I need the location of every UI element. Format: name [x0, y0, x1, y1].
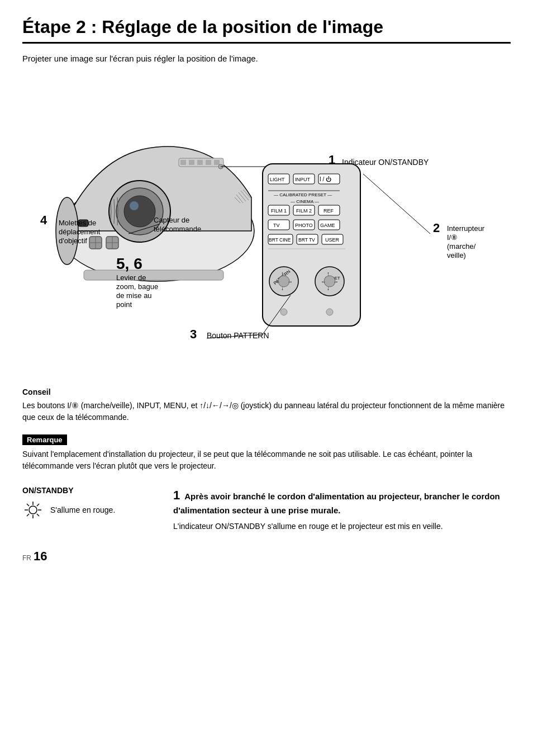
- footer-fr: FR: [22, 554, 31, 562]
- svg-text:INPUT: INPUT: [295, 177, 311, 182]
- conseil-title: Conseil: [22, 388, 511, 396]
- svg-text:I/⑧: I/⑧: [447, 233, 458, 242]
- svg-text:PHOTO: PHOTO: [295, 223, 313, 228]
- on-standby-indicator: S'allume en rouge.: [22, 499, 151, 521]
- svg-text:d'objectif: d'objectif: [59, 237, 87, 245]
- svg-rect-10: [197, 160, 203, 165]
- svg-text:2: 2: [433, 221, 440, 235]
- svg-text:↓: ↓: [281, 285, 284, 291]
- svg-rect-29: [263, 164, 360, 326]
- svg-text:veille): veille): [447, 251, 466, 259]
- step-1-text: L'indicateur ON/STANDBY s'allume en roug…: [173, 521, 511, 532]
- svg-point-72: [280, 309, 287, 315]
- svg-line-100: [27, 504, 29, 506]
- svg-text:FILM 1: FILM 1: [271, 208, 287, 214]
- on-standby-box: ON/STANDBY S'allume en rouge.: [22, 486, 151, 532]
- svg-text:↑: ↑: [281, 271, 284, 277]
- svg-text:↑: ↑: [327, 271, 330, 277]
- remarque-text: Suivant l'emplacement d'installation du …: [22, 448, 511, 472]
- svg-text:I / ⏻: I / ⏻: [320, 176, 331, 182]
- svg-text:←: ←: [275, 278, 280, 285]
- svg-text:— CALIBRATED PRESET —: — CALIBRATED PRESET —: [274, 192, 332, 197]
- sun-icon: [22, 499, 44, 521]
- svg-text:↓: ↓: [327, 285, 330, 291]
- svg-text:(marche/: (marche/: [447, 242, 476, 251]
- svg-text:Molettes de: Molettes de: [59, 219, 96, 227]
- svg-text:Interrupteur: Interrupteur: [447, 224, 485, 233]
- svg-rect-8: [180, 160, 186, 165]
- svg-text:Capteur de: Capteur de: [154, 216, 189, 224]
- page-title: Étape 2 : Réglage de la position de l'im…: [22, 17, 511, 44]
- svg-text:de mise au: de mise au: [116, 291, 152, 300]
- svg-text:GAME: GAME: [320, 223, 335, 228]
- svg-line-102: [37, 504, 39, 506]
- svg-rect-11: [206, 160, 211, 165]
- conseil-text: Les boutons I/⑧ (marche/veille), INPUT, …: [22, 400, 511, 423]
- diagram-svg: 1 Indicateur ON/STANDBY LIGHT INPUT I / …: [22, 80, 508, 371]
- svg-text:REF: REF: [323, 208, 334, 214]
- svg-text:— CINEMA —: — CINEMA —: [291, 199, 319, 204]
- svg-text:FILM 2: FILM 2: [296, 208, 312, 214]
- bottom-section: ON/STANDBY S'allume en rouge. 1Après avo…: [22, 486, 511, 532]
- svg-line-74: [363, 174, 430, 234]
- svg-text:→: →: [287, 278, 293, 285]
- svg-point-4: [124, 196, 155, 227]
- svg-point-104: [29, 506, 37, 514]
- svg-text:zoom, bague: zoom, bague: [116, 282, 158, 291]
- svg-text:USER: USER: [325, 237, 340, 243]
- step-1-box: 1Après avoir branché le cordon d'aliment…: [173, 486, 511, 532]
- subtitle: Projeter une image sur l'écran puis régl…: [22, 54, 511, 63]
- page-number: 16: [34, 549, 47, 564]
- svg-text:Levier de: Levier de: [116, 273, 146, 282]
- svg-rect-9: [189, 160, 194, 165]
- svg-text:BRT CINE: BRT CINE: [269, 237, 291, 243]
- svg-text:→: →: [333, 278, 339, 285]
- svg-text:point: point: [116, 300, 132, 309]
- svg-text:télécommande: télécommande: [154, 225, 201, 233]
- step-1-number: 1: [173, 488, 180, 502]
- svg-text:BRT TV: BRT TV: [298, 237, 315, 243]
- svg-text:4: 4: [40, 213, 47, 227]
- svg-rect-12: [214, 160, 220, 165]
- remarque-title: Remarque: [22, 434, 67, 445]
- conseil-section: Conseil Les boutons I/⑧ (marche/veille),…: [22, 388, 511, 423]
- svg-point-5: [130, 201, 139, 210]
- svg-line-103: [27, 514, 29, 516]
- svg-text:5, 6: 5, 6: [116, 255, 142, 272]
- svg-text:déplacement: déplacement: [59, 228, 101, 236]
- svg-text:Bouton PATTERN: Bouton PATTERN: [207, 331, 269, 340]
- svg-rect-25: [84, 270, 223, 280]
- svg-text:3: 3: [190, 327, 197, 341]
- svg-point-73: [326, 309, 333, 315]
- svg-text:←: ←: [321, 278, 326, 285]
- remarque-section: Remarque Suivant l'emplacement d'install…: [22, 434, 511, 472]
- diagram-section: 1 Indicateur ON/STANDBY LIGHT INPUT I / …: [22, 80, 511, 371]
- on-standby-title: ON/STANDBY: [22, 486, 151, 495]
- page-footer: FR 16: [22, 549, 511, 564]
- step-1-title: 1Après avoir branché le cordon d'aliment…: [173, 486, 511, 517]
- svg-text:TV: TV: [273, 223, 280, 228]
- on-standby-text: S'allume en rouge.: [50, 505, 115, 514]
- svg-line-101: [37, 514, 39, 516]
- svg-text:LIGHT: LIGHT: [270, 177, 285, 182]
